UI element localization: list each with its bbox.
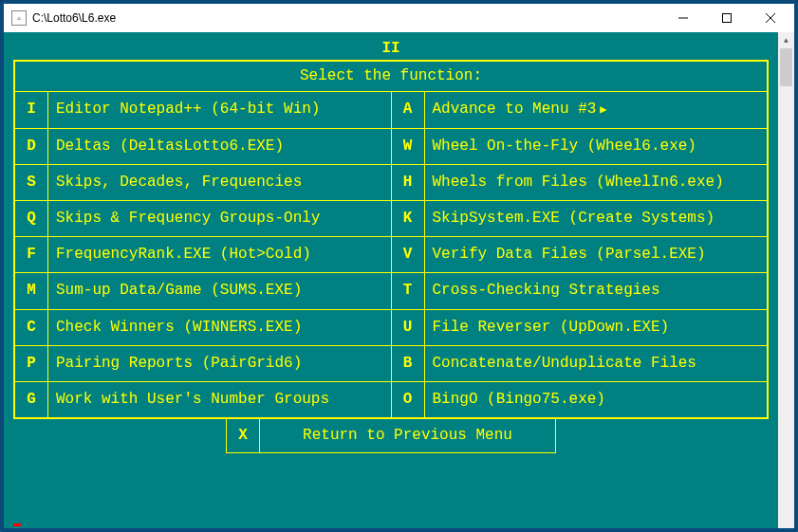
menu-header: Select the function: [15,62,767,92]
menu-label: Skips, Decades, Frequencies [48,165,391,200]
menu-key: W [392,129,425,164]
menu-label: File Reverser (UpDown.EXE) [425,310,768,345]
menu-key: I [15,92,48,127]
menu-item-i[interactable]: IEditor Notepad++ (64-bit Win) [15,92,391,127]
menu-key: S [15,165,48,200]
menu-key: D [15,129,48,164]
menu-key: C [15,310,48,345]
menu-item-p[interactable]: PPairing Reports (PairGrid6) [15,345,391,381]
close-button[interactable] [749,4,792,32]
menu-item-w[interactable]: WWheel On-the-Fly (Wheel6.exe) [392,128,768,164]
menu-label: Work with User's Number Groups [48,382,391,417]
menu-key: V [392,237,425,272]
menu-item-d[interactable]: DDeltas (DeltasLotto6.EXE) [15,128,391,164]
menu-item-h[interactable]: HWheels from Files (WheelIn6.exe) [392,164,768,200]
menu-item-o[interactable]: OBingO (Bingo75.exe) [392,381,768,417]
menu-item-a[interactable]: AAdvance to Menu #3 [392,92,768,127]
menu-column-right: AAdvance to Menu #3WWheel On-the-Fly (Wh… [392,92,768,417]
menu-key: B [392,346,425,381]
menu-key: G [15,382,48,417]
menu-box: Select the function: IEditor Notepad++ (… [13,60,769,419]
menu-key: P [15,346,48,381]
menu-key: M [15,273,48,308]
menu-label: Advance to Menu #3 [425,92,768,127]
menu-key: A [392,92,425,127]
menu-item-s[interactable]: SSkips, Decades, Frequencies [15,164,391,200]
footer-item[interactable]: X Return to Previous Menu [226,419,556,453]
menu-label: Concatenate/Unduplicate Files [425,346,768,381]
menu-key: O [392,382,425,417]
menu-item-g[interactable]: GWork with User's Number Groups [15,381,391,417]
menu-label: Sum-up Data/Game (SUMS.EXE) [48,273,391,308]
menu-title: II [13,40,769,58]
titlebar-buttons [661,4,792,32]
scroll-up-button[interactable]: ▲ [778,32,794,48]
terminal-content: II Select the function: IEditor Notepad+… [13,40,769,453]
menu-column-left: IEditor Notepad++ (64-bit Win)DDeltas (D… [15,92,392,417]
menu-item-f[interactable]: FFrequencyRank.EXE (Hot>Cold) [15,236,391,272]
footer-box: X Return to Previous Menu [13,419,769,453]
menu-item-t[interactable]: TCross-Checking Strategies [392,272,768,308]
svg-rect-1 [723,14,732,23]
maximize-icon [722,13,732,23]
footer-label: Return to Previous Menu [260,419,555,452]
menu-item-u[interactable]: UFile Reverser (UpDown.EXE) [392,309,768,345]
menu-item-k[interactable]: KSkipSystem.EXE (Create Systems) [392,200,768,236]
menu-label: Verify Data Files (Parsel.EXE) [425,237,768,272]
menu-label: Cross-Checking Strategies [425,273,768,308]
footer-key: X [227,419,260,452]
maximize-button[interactable] [705,4,749,32]
menu-columns: IEditor Notepad++ (64-bit Win)DDeltas (D… [15,92,767,417]
menu-key: U [392,310,425,345]
menu-label: Editor Notepad++ (64-bit Win) [48,92,391,127]
menu-label: SkipSystem.EXE (Create Systems) [425,201,768,236]
menu-item-b[interactable]: BConcatenate/Unduplicate Files [392,345,768,381]
minimize-button[interactable] [661,4,705,32]
scroll-thumb[interactable] [780,48,792,86]
menu-label: Deltas (DeltasLotto6.EXE) [48,129,391,164]
menu-label: Pairing Reports (PairGrid6) [48,346,391,381]
menu-label: Skips & Frequency Groups-Only [48,201,391,236]
menu-key: Q [15,201,48,236]
cursor-indicator [13,523,21,526]
menu-label: Check Winners (WINNERS.EXE) [48,310,391,345]
menu-item-m[interactable]: MSum-up Data/Game (SUMS.EXE) [15,272,391,308]
window-frame: ▫ C:\Lotto6\L6.exe ▲ II Select the funct… [0,0,798,532]
menu-key: T [392,273,425,308]
menu-label: BingO (Bingo75.exe) [425,382,768,417]
menu-item-c[interactable]: CCheck Winners (WINNERS.EXE) [15,309,391,345]
menu-key: K [392,201,425,236]
window-title: C:\Lotto6\L6.exe [32,11,661,25]
close-icon [766,13,775,23]
menu-label: Wheel On-the-Fly (Wheel6.exe) [425,129,768,164]
menu-key: F [15,237,48,272]
scrollbar[interactable]: ▲ [778,32,794,528]
terminal-area: ▲ II Select the function: IEditor Notepa… [4,32,794,528]
titlebar: ▫ C:\Lotto6\L6.exe [4,4,794,32]
menu-label: FrequencyRank.EXE (Hot>Cold) [48,237,391,272]
menu-label: Wheels from Files (WheelIn6.exe) [425,165,768,200]
menu-key: H [392,165,425,200]
app-icon: ▫ [11,10,27,26]
minimize-icon [678,13,688,23]
menu-item-q[interactable]: QSkips & Frequency Groups-Only [15,200,391,236]
menu-item-v[interactable]: VVerify Data Files (Parsel.EXE) [392,236,768,272]
